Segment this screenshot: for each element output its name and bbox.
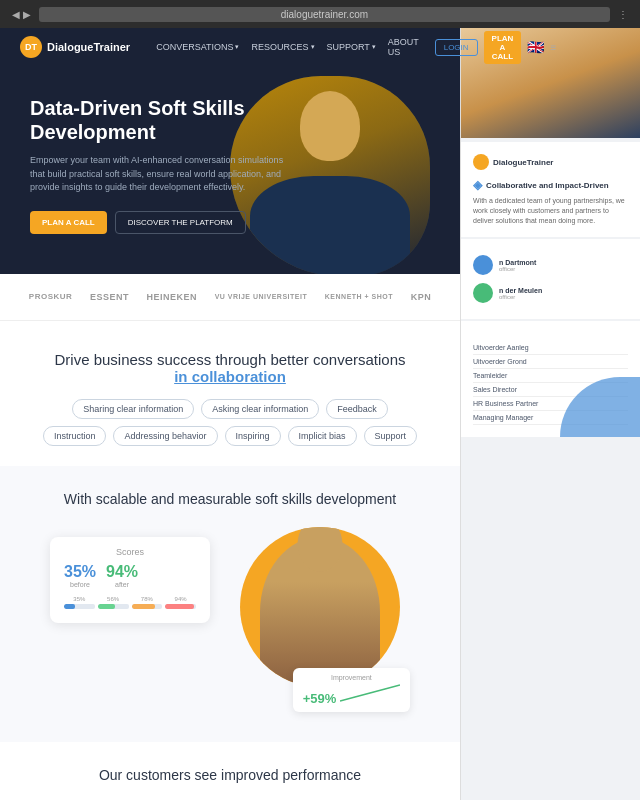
browser-url: dialoguetrainer.com: [39, 7, 610, 22]
hero-description: Empower your team with AI-enhanced conve…: [30, 154, 290, 195]
right-panel-logo: DialogueTrainer: [473, 154, 628, 170]
skill-tags: Sharing clear information Asking clear i…: [40, 399, 420, 446]
list-item-2[interactable]: Uitvoerder Grond: [473, 355, 628, 369]
score-after-value: 94%: [106, 563, 138, 581]
nav-support[interactable]: SUPPORT▾: [327, 42, 376, 52]
tag-asking[interactable]: Asking clear information: [201, 399, 319, 419]
score-before-label: before: [64, 581, 96, 588]
avatar-figure: [260, 537, 380, 687]
plan-call-button-header[interactable]: PLAN A CALL: [484, 31, 522, 64]
partner-proskur: proskur: [29, 292, 73, 301]
tag-addressing[interactable]: Addressing behavior: [113, 426, 217, 446]
avatar-meulen: [473, 283, 493, 303]
collab-icon: ◈: [473, 178, 482, 192]
score-after: 94% after: [106, 563, 138, 588]
language-selector[interactable]: 🇬🇧: [527, 39, 544, 55]
scores-panel: Scores 35% before 94% after: [50, 537, 210, 623]
logo-text: DialogueTrainer: [47, 41, 130, 53]
right-panel-collab-text: With a dedicated team of young partnersh…: [473, 196, 628, 225]
partner-vu: VU VRIJE UNIVERSITEIT: [215, 293, 308, 300]
hero-title: Data-Driven Soft Skills Development: [30, 96, 290, 144]
scores-row: 35% before 94% after: [64, 563, 196, 588]
person-dartmont-name: n Dartmont: [499, 259, 536, 266]
right-panel-collab-title: ◈ Collaborative and Impact-Driven: [473, 178, 628, 192]
nav-conversations[interactable]: CONVERSATIONS▾: [156, 42, 239, 52]
avatar-dartmont: [473, 255, 493, 275]
partners-section: proskur essent HEINEKEN VU VRIJE UNIVERS…: [0, 274, 460, 321]
right-panel-logo-text: DialogueTrainer: [493, 158, 553, 167]
improvement-badge: Improvement +59%: [293, 668, 410, 712]
tag-instruction[interactable]: Instruction: [43, 426, 107, 446]
tag-implicit-bias[interactable]: Implicit bias: [288, 426, 357, 446]
hero-content: Data-Driven Soft Skills Development Empo…: [30, 96, 290, 234]
tag-feedback[interactable]: Feedback: [326, 399, 388, 419]
hero-buttons: PLAN A CALL DISCOVER THE PLATFORM: [30, 211, 290, 234]
scalable-title: With scalable and measurable soft skills…: [30, 491, 430, 507]
partner-essent: essent: [90, 292, 129, 302]
customers-title: Our customers see improved performance: [30, 767, 430, 783]
improvement-value: +59%: [303, 683, 400, 706]
score-after-label: after: [106, 581, 138, 588]
score-before-value: 35%: [64, 563, 96, 581]
customers-section: Our customers see improved performance 👤…: [0, 742, 460, 801]
pb-label-4: 94%: [165, 596, 196, 602]
menu-toggle[interactable]: ≡: [550, 42, 556, 53]
pb-label-1: 35%: [64, 596, 95, 602]
plan-call-button-hero[interactable]: PLAN A CALL: [30, 211, 107, 234]
login-button[interactable]: LOGIN: [435, 39, 478, 56]
improvement-label: Improvement: [303, 674, 400, 681]
right-panel-list: Uitvoerder Aanleg Uitvoerder Grond Teaml…: [461, 321, 640, 437]
drive-business-highlight: in collaboration: [174, 368, 286, 385]
scores-label: Scores: [64, 547, 196, 557]
right-panel-persons: n Dartmont officer n der Meulen officer: [461, 239, 640, 319]
logo-icon: DT: [20, 36, 42, 58]
tag-inspiring[interactable]: Inspiring: [225, 426, 281, 446]
pb-label-2: 56%: [98, 596, 129, 602]
drive-business-section: Drive business success through better co…: [0, 321, 460, 466]
tag-support[interactable]: Support: [364, 426, 418, 446]
hero-section: Data-Driven Soft Skills Development Empo…: [0, 66, 460, 274]
browser-bar: ◀ ▶ dialoguetrainer.com ⋮: [0, 0, 640, 28]
scalable-section: With scalable and measurable soft skills…: [0, 466, 460, 742]
person-meulen: n der Meulen officer: [473, 279, 628, 307]
nav-resources[interactable]: RESOURCES▾: [251, 42, 314, 52]
list-item-1[interactable]: Uitvoerder Aanleg: [473, 341, 628, 355]
nav-about[interactable]: ABOUT US: [388, 37, 419, 57]
person-meulen-name: n der Meulen: [499, 287, 542, 294]
partner-kenneth: KENNETH + SHOT: [325, 293, 393, 300]
header-actions: LOGIN PLAN A CALL 🇬🇧 ≡: [435, 31, 557, 64]
tag-sharing[interactable]: Sharing clear information: [72, 399, 194, 419]
progress-bars: 35% 56% 78%: [64, 596, 196, 609]
partner-kpn: kpn: [411, 292, 432, 302]
right-panel-logo-icon: [473, 154, 489, 170]
right-panel-logo-section: DialogueTrainer ◈ Collaborative and Impa…: [461, 142, 640, 237]
score-before: 35% before: [64, 563, 96, 588]
partner-heineken: HEINEKEN: [147, 292, 198, 302]
improvement-chart: [340, 683, 400, 703]
right-panel: DialogueTrainer ◈ Collaborative and Impa…: [460, 28, 640, 800]
discover-platform-button[interactable]: DISCOVER THE PLATFORM: [115, 211, 246, 234]
nav-links: CONVERSATIONS▾ RESOURCES▾ SUPPORT▾ ABOUT…: [156, 37, 419, 57]
drive-business-title: Drive business success through better co…: [40, 351, 420, 385]
avatar-circle: [240, 527, 400, 687]
person-dartmont-role: officer: [499, 266, 536, 272]
site-header: DT DialogueTrainer CONVERSATIONS▾ RESOUR…: [0, 28, 460, 66]
person-meulen-role: officer: [499, 294, 542, 300]
person-dartmont: n Dartmont officer: [473, 251, 628, 279]
metrics-visual: Scores 35% before 94% after: [30, 527, 430, 717]
pb-label-3: 78%: [132, 596, 163, 602]
logo[interactable]: DT DialogueTrainer: [20, 36, 130, 58]
